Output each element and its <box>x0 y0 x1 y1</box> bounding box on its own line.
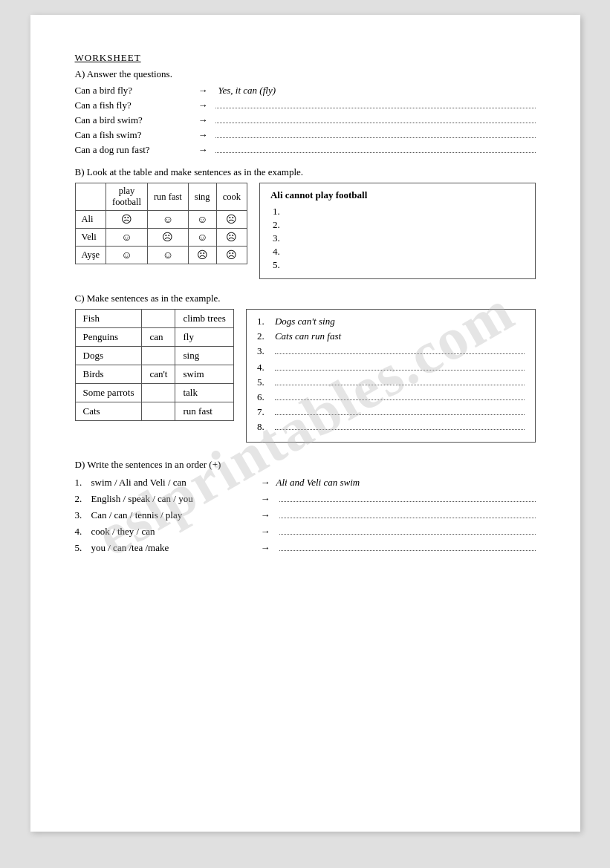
question-text: Can a fish swim? <box>75 129 194 141</box>
d-arrow-icon: → <box>261 493 270 505</box>
c-line-num: 5. <box>257 376 275 388</box>
c-answer-dotted <box>275 429 525 430</box>
d-line: 4. cook / they / can → <box>75 526 536 538</box>
section-d-header: D) Write the sentences in an order (+) <box>75 459 536 471</box>
table-cell-veli-cook: ☹ <box>216 229 247 247</box>
d-num: 3. <box>75 509 91 521</box>
c-table-cell: sing <box>175 347 233 365</box>
section-b-table: playfootball run fast sing cook Ali ☹ ☺ … <box>75 183 247 264</box>
d-question: English / speak / can / you <box>91 493 255 505</box>
c-table-cell: swim <box>175 365 233 384</box>
question-text: Can a bird swim? <box>75 114 194 126</box>
d-question: Can / can / tennis / play <box>91 509 255 521</box>
table-cell-ayse-name: Ayşe <box>75 247 106 264</box>
c-answer-dotted <box>275 399 525 400</box>
table-cell-veli-name: Veli <box>75 229 106 247</box>
section-b-example-box: Ali cannot play football <box>259 183 536 279</box>
section-a-header: A) Answer the questions. <box>75 68 536 80</box>
question-line: Can a bird fly? → Yes, it can (fly) <box>75 85 536 97</box>
list-item <box>282 232 525 244</box>
d-answer-dotted <box>279 501 536 502</box>
answer-dotted <box>215 108 536 108</box>
c-table-cell: Dogs <box>75 347 142 365</box>
section-b-table-container: playfootball run fast sing cook Ali ☹ ☺ … <box>75 183 247 264</box>
d-arrow-icon: → <box>261 542 270 554</box>
d-line: 3. Can / can / tennis / play → <box>75 509 536 521</box>
c-answer-dotted <box>275 414 525 415</box>
answer-dotted <box>215 123 536 123</box>
d-arrow-icon: → <box>261 477 270 489</box>
table-cell-veli-play: ☺ <box>106 229 148 247</box>
c-example-lines: 1. Dogs can't sing 2. Cats can run fast … <box>257 316 525 357</box>
answer-dotted <box>215 137 536 138</box>
c-example-line-2: 2. Cats can run fast <box>257 330 525 342</box>
d-question: you / can /tea /make <box>91 542 255 554</box>
d-arrow-icon: → <box>261 509 270 521</box>
question-line: Can a fish swim? → <box>75 129 536 141</box>
c-dot-line: 7. <box>257 406 525 418</box>
c-table-cell <box>142 310 175 328</box>
table-cell-ali-name: Ali <box>75 211 106 229</box>
arrow-icon: → <box>198 129 208 141</box>
c-answer-dotted <box>275 385 525 385</box>
question-line: Can a bird swim? → <box>75 114 536 126</box>
c-table-cell: run fast <box>175 402 233 421</box>
d-arrow-icon: → <box>261 526 270 538</box>
c-line-num: 2. <box>257 330 275 342</box>
arrow-icon: → <box>198 114 208 126</box>
table-header-run: run fast <box>147 183 188 211</box>
question-text: Can a bird fly? <box>75 85 194 97</box>
c-table-cell: fly <box>175 328 233 347</box>
table-cell-ali-play: ☹ <box>106 211 148 229</box>
section-b-content: playfootball run fast sing cook Ali ☹ ☺ … <box>75 183 536 279</box>
c-table-cell: Fish <box>75 310 142 328</box>
c-table-cell: Cats <box>75 402 142 421</box>
table-cell-ayse-sing: ☹ <box>188 247 216 264</box>
section-a-questions: Can a bird fly? → Yes, it can (fly) Can … <box>75 85 536 156</box>
d-line: 5. you / can /tea /make → <box>75 542 536 554</box>
question-line: Can a dog run fast? → <box>75 144 536 156</box>
d-line: 1. swim / Ali and Veli / can → Ali and V… <box>75 477 536 489</box>
d-num: 5. <box>75 542 91 554</box>
c-line-num: 3. <box>257 345 275 357</box>
c-table-cell: climb trees <box>175 310 233 328</box>
c-answer-dotted <box>275 353 525 354</box>
list-item <box>282 246 525 258</box>
arrow-icon: → <box>198 99 208 111</box>
arrow-icon: → <box>198 85 208 97</box>
table-cell-ali-sing: ☺ <box>188 211 216 229</box>
c-table-cell: talk <box>175 384 233 402</box>
list-item <box>282 259 525 271</box>
example-box-list <box>270 206 525 271</box>
table-header-play: playfootball <box>106 183 148 211</box>
c-table-cell <box>142 384 175 402</box>
c-line-num: 6. <box>257 391 275 403</box>
table-cell-ayse-run: ☺ <box>147 247 188 264</box>
section-c-table: Fish climb trees Penguins can fly Dogs s… <box>75 309 234 421</box>
table-cell-ayse-play: ☺ <box>106 247 148 264</box>
section-c-right-box: 1. Dogs can't sing 2. Cats can run fast … <box>246 309 536 443</box>
arrow-icon: → <box>198 144 208 156</box>
section-c: C) Make sentences as in the example. Fis… <box>75 293 536 443</box>
table-cell-ali-run: ☺ <box>147 211 188 229</box>
list-item <box>282 219 525 231</box>
question-answer: Yes, it can (fly) <box>218 85 276 97</box>
section-c-content: Fish climb trees Penguins can fly Dogs s… <box>75 309 536 443</box>
table-header-sing: sing <box>188 183 216 211</box>
c-table-cell: can <box>142 328 175 347</box>
table-cell-veli-run: ☹ <box>147 229 188 247</box>
c-table-cell <box>142 347 175 365</box>
c-table-cell: Penguins <box>75 328 142 347</box>
question-text: Can a dog run fast? <box>75 144 194 156</box>
d-answer: Ali and Veli can swim <box>276 477 360 489</box>
question-line: Can a fish fly? → <box>75 99 536 111</box>
c-line-num: 8. <box>257 421 275 433</box>
table-header-cook: cook <box>216 183 247 211</box>
table-cell-ali-cook: ☹ <box>216 211 247 229</box>
d-num: 2. <box>75 493 91 505</box>
worksheet-page: eslprintables.com WORKSHEET A) Answer th… <box>30 15 580 832</box>
section-b-header: B) Look at the table and make sentences … <box>75 166 536 178</box>
d-answer-dotted <box>279 534 536 535</box>
c-line-num: 4. <box>257 362 275 373</box>
d-answer-dotted <box>279 518 536 518</box>
